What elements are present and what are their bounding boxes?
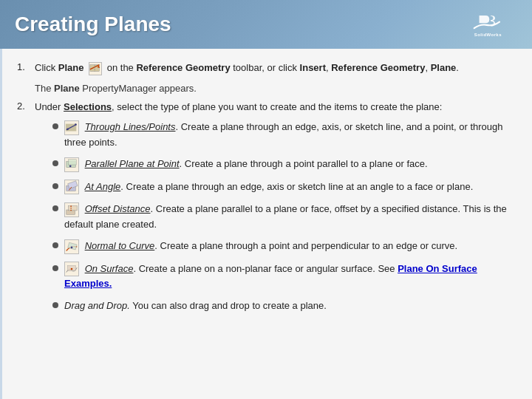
step-1-number: 1. (17, 61, 32, 72)
bullet-text-2: Parallel Plane at Point. Create a plane … (64, 157, 517, 172)
bullet-parallel-plane: Parallel Plane at Point. Create a plane … (52, 157, 517, 172)
parallel-plane-label: Parallel Plane at Point (85, 158, 180, 169)
step-1: 1. Click Plane on the Reference Geometry… (17, 61, 517, 75)
svg-rect-13 (68, 181, 78, 189)
content-area: 1. Click Plane on the Reference Geometry… (0, 49, 532, 399)
plane-label: Plane (58, 62, 84, 73)
svg-point-20 (71, 246, 73, 248)
bullet-text-4: Offset Distance. Create a plane parallel… (64, 202, 517, 231)
offset-distance-label: Offset Distance (85, 203, 151, 214)
step-1-text: Click Plane on the Reference Geometry to… (35, 62, 459, 73)
bullet-text-6: On Surface. Create a plane on a non-plan… (64, 262, 517, 291)
bullet-through-lines: Through Lines/Points. Create a plane thr… (52, 120, 517, 149)
bullet-at-angle: At Angle. Create a plane through an edge… (52, 180, 517, 195)
at-angle-icon (64, 180, 79, 194)
on-surface-icon (64, 262, 79, 276)
plane-menu-label: Plane (431, 62, 457, 73)
step-2-text: Under Selections, select the type of pla… (35, 101, 442, 112)
at-angle-label: At Angle (85, 181, 121, 192)
step-1-content: Click Plane on the Reference Geometry to… (35, 61, 517, 75)
page-title: Creating Planes (15, 13, 171, 36)
drag-drop-label: Drag and Drop. (64, 300, 130, 311)
bullet-text-7: Drag and Drop. You can also drag and dro… (64, 299, 517, 313)
bullet-list: Through Lines/Points. Create a plane thr… (52, 120, 517, 313)
drag-drop-desc: You can also drag and drop to create a p… (130, 300, 327, 311)
bullet-dot-5 (52, 242, 58, 248)
step-1-note: The Plane PropertyManager appears. (35, 83, 517, 94)
bullet-dot-2 (52, 160, 58, 166)
bullet-text-5: Normal to Curve. Create a plane through … (64, 239, 517, 254)
ref-geo-toolbar-label: Reference Geometry (136, 62, 230, 73)
logo-area: SolidWorks (473, 10, 517, 39)
bullet-drag-drop: Drag and Drop. You can also drag and dro… (52, 299, 517, 313)
step-2-content: Under Selections, select the type of pla… (35, 100, 517, 321)
parallel-plane-desc: Create a plane through a point parallel … (182, 158, 427, 169)
svg-point-22 (71, 268, 73, 270)
parallel-plane-icon (64, 157, 79, 172)
svg-point-11 (69, 165, 72, 167)
insert-menu-label: Insert (300, 62, 326, 73)
svg-rect-10 (69, 159, 77, 164)
step-2-number: 2. (17, 100, 32, 112)
step-2: 2. Under Selections, select the type of … (17, 100, 517, 321)
bullet-dot-4 (52, 205, 58, 211)
normal-to-curve-icon (64, 239, 79, 254)
note-plane-label: Plane (54, 83, 80, 94)
normal-to-curve-desc: Create a plane through a point and perpe… (157, 240, 457, 251)
on-surface-label: On Surface (85, 263, 134, 274)
svg-point-8 (75, 123, 77, 126)
bullet-offset-distance: Offset Distance. Create a plane parallel… (52, 202, 517, 231)
bullet-text-3: At Angle. Create a plane through an edge… (64, 180, 517, 195)
page-header: Creating Planes SolidWorks (0, 0, 532, 49)
bullet-dot-3 (52, 183, 58, 189)
normal-to-curve-label: Normal to Curve (85, 240, 155, 251)
bullet-normal-to-curve: Normal to Curve. Create a plane through … (52, 239, 517, 254)
at-angle-desc: Create a plane through an edge, axis or … (123, 181, 473, 192)
bullet-dot-6 (52, 265, 58, 271)
solidworks-logo: SolidWorks (473, 10, 517, 39)
through-lines-icon (64, 120, 79, 135)
offset-distance-icon (64, 202, 79, 217)
svg-point-7 (66, 128, 69, 130)
ref-geo-menu-label: Reference Geometry (331, 62, 425, 73)
svg-text:SolidWorks: SolidWorks (474, 33, 502, 37)
bullet-dot-7 (52, 302, 58, 308)
bullet-text-1: Through Lines/Points. Create a plane thr… (64, 120, 517, 149)
through-lines-label: Through Lines/Points (85, 121, 176, 132)
on-surface-desc: Create a plane on a non-planar face or a… (136, 263, 398, 274)
bullet-dot-1 (52, 123, 58, 129)
selections-label: Selections (64, 101, 112, 112)
plane-toolbar-icon (89, 62, 102, 75)
bullet-on-surface: On Surface. Create a plane on a non-plan… (52, 262, 517, 291)
svg-rect-15 (69, 205, 78, 210)
